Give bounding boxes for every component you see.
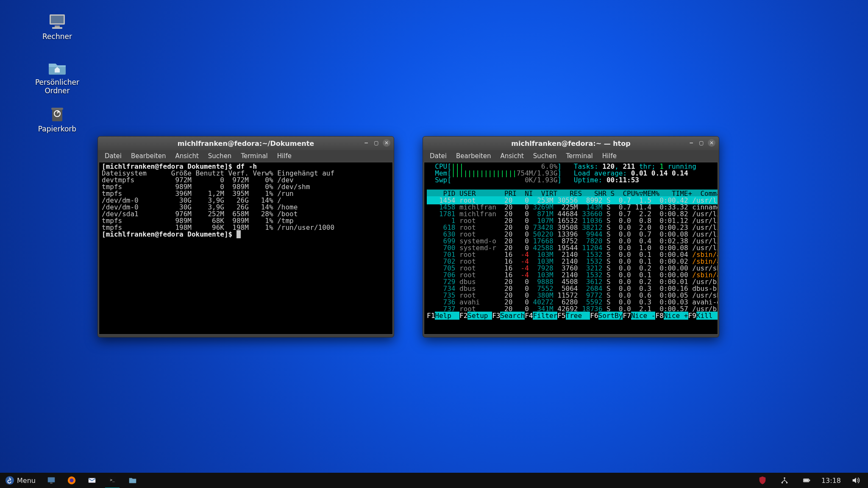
desktop-icon-label: Papierkorb [38,125,76,133]
svg-rect-2 [55,25,60,27]
menu-ansicht[interactable]: Ansicht [500,152,523,160]
menu-datei[interactable]: Datei [430,152,447,160]
home-folder-icon [47,59,67,76]
tray-volume[interactable] [849,473,863,488]
window-titlebar[interactable]: michlfranken@fedora:~/Dokumente − ▢ ✕ [98,137,394,150]
terminal-window-df[interactable]: michlfranken@fedora:~/Dokumente − ▢ ✕ Da… [97,136,394,337]
start-menu-button[interactable]: Menu [3,473,38,488]
taskbar-app-terminal[interactable]: >_ [105,472,120,488]
window-title: michlfranken@fedora:~ — htop [511,139,630,148]
window-close-button[interactable]: ✕ [708,139,715,147]
desktop-icon-home[interactable]: Persönlicher Ordner [25,59,89,95]
svg-rect-18 [809,480,810,481]
tray-security[interactable] [755,473,770,488]
terminal-menubar: Datei Bearbeiten Ansicht Suchen Terminal… [98,150,394,162]
window-titlebar[interactable]: michlfranken@fedora:~ — htop − ▢ ✕ [423,137,719,150]
menu-suchen[interactable]: Suchen [208,152,232,160]
network-icon [780,476,789,485]
menu-bearbeiten[interactable]: Bearbeiten [456,152,491,160]
svg-point-16 [784,477,785,479]
taskbar-show-desktop[interactable] [44,473,58,488]
svg-rect-19 [804,479,808,482]
terminal-icon: >_ [108,475,117,485]
menu-ansicht[interactable]: Ansicht [175,152,198,160]
htop-output[interactable]: CPU[||| 6.0%] Tasks: 120, 211 thr; 1 run… [424,162,718,335]
window-maximize-button[interactable]: ▢ [373,139,380,147]
desktop-icon-trash[interactable]: Papierkorb [25,105,89,133]
volume-icon [851,476,860,485]
fedora-icon [5,476,14,485]
window-close-button[interactable]: ✕ [383,139,390,147]
desktop-icon-computer[interactable]: Rechner [25,13,89,41]
svg-rect-5 [51,108,63,110]
firefox-icon [67,476,76,485]
svg-rect-3 [52,27,62,29]
menu-suchen[interactable]: Suchen [533,152,557,160]
mail-icon [87,476,97,485]
terminal-menubar: Datei Bearbeiten Ansicht Suchen Terminal… [423,150,719,162]
desktop-icon-label: Rechner [42,32,72,41]
desktop-icon-label: Persönlicher Ordner [25,78,89,95]
taskbar: Menu >_ 13:18 [0,473,868,488]
folder-icon [128,476,137,485]
tray-battery[interactable] [799,473,814,488]
svg-rect-7 [48,477,55,482]
menu-bearbeiten[interactable]: Bearbeiten [131,152,166,160]
start-menu-label: Menu [17,477,36,485]
window-maximize-button[interactable]: ▢ [698,139,705,147]
svg-point-14 [782,482,783,484]
tray-network[interactable] [777,473,792,488]
battery-icon [802,476,811,485]
computer-icon [47,13,67,31]
menu-hilfe[interactable]: Hilfe [602,152,617,160]
tray-clock[interactable]: 13:18 [821,477,841,485]
svg-point-10 [70,478,73,482]
desktop-icon [47,476,56,485]
window-minimize-button[interactable]: − [362,139,370,147]
trash-icon [47,105,67,123]
svg-rect-1 [51,16,64,23]
menu-hilfe[interactable]: Hilfe [277,152,292,160]
svg-point-15 [786,482,788,484]
svg-rect-8 [50,483,53,484]
taskbar-app-firefox[interactable] [64,473,79,488]
terminal-window-htop[interactable]: michlfranken@fedora:~ — htop − ▢ ✕ Datei… [423,136,719,337]
svg-text:>_: >_ [110,477,115,482]
menu-terminal[interactable]: Terminal [566,152,593,160]
window-minimize-button[interactable]: − [687,139,695,147]
menu-terminal[interactable]: Terminal [241,152,267,160]
taskbar-app-mail[interactable] [85,473,99,488]
menu-datei[interactable]: Datei [105,152,122,160]
shield-icon [758,476,767,485]
taskbar-app-files[interactable] [125,473,140,488]
terminal-output[interactable]: [michlfranken@fedora Dokumente]$ df -h D… [99,162,393,335]
window-title: michlfranken@fedora:~/Dokumente [178,139,314,148]
